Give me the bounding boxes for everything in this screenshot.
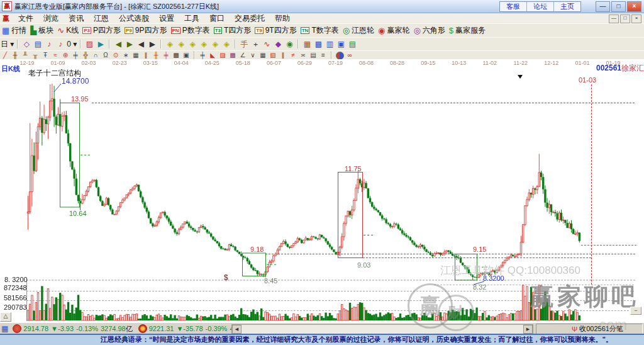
gold-tool-button[interactable]: ▩	[228, 52, 237, 59]
winner-wheel-button[interactable]: ◉赢家轮	[378, 25, 409, 36]
9p-square-button[interactable]: P99P四方形	[125, 25, 167, 36]
mdi-restore-button[interactable]: □	[620, 14, 630, 23]
grid-draw-button[interactable]: ╬	[81, 52, 90, 59]
target-tool-button[interactable]: ⊙	[111, 52, 120, 59]
diamond-tool-1-button[interactable]: ◈	[165, 39, 175, 49]
line-tool-3-button[interactable]: ╥	[31, 52, 40, 59]
line-tool-7-button[interactable]: ╫	[152, 52, 160, 59]
hexagon-button[interactable]: ◎六角形	[413, 25, 445, 36]
circle-draw-button[interactable]: ⊕	[61, 52, 70, 59]
screen-tool-button[interactable]: ▨	[84, 39, 94, 49]
pen-tool-button[interactable]: ╱	[1, 52, 9, 59]
flag-tool-button[interactable]: ▶	[96, 39, 106, 49]
gann-wheel-button[interactable]: ◎江恩轮	[343, 25, 374, 36]
menu-item-江恩[interactable]: 江恩	[89, 14, 114, 23]
overlay-tool-1-button[interactable]: ♪	[44, 39, 54, 49]
ratio-tool-button[interactable]: ╪	[198, 52, 207, 59]
line-tool-2-button[interactable]: ╨	[21, 52, 30, 59]
menu-item-资讯[interactable]: 资讯	[64, 14, 89, 23]
scroll-left-icon[interactable]: ◀	[232, 325, 242, 334]
step-last-button[interactable]: ▶	[125, 39, 135, 49]
menu-item-公式选股[interactable]: 公式选股	[114, 14, 154, 23]
mdi-close-button[interactable]: ×	[631, 14, 641, 23]
approx-tool-button[interactable]: ≍	[299, 52, 308, 59]
yinyang-tool-button[interactable]	[335, 52, 344, 59]
quick-button-2[interactable]: 论坛	[527, 2, 554, 11]
parallel-tool-button[interactable]: ∥	[142, 52, 150, 59]
line-tool-8-button[interactable]: ╪	[162, 52, 170, 59]
menu-item-窗口[interactable]: 窗口	[204, 14, 230, 23]
9t-square-button[interactable]: T99T四方形	[255, 25, 296, 36]
angle-tool-button[interactable]: ∠	[238, 52, 247, 59]
diamond-tool-4-button[interactable]: ◈	[199, 39, 209, 49]
p-square-button[interactable]: P3P四方形	[82, 25, 121, 36]
calendar-tool-button[interactable]: ▦	[302, 39, 312, 49]
horizontal-scrollbar[interactable]: ◀ ▶	[231, 324, 533, 334]
t-square-button[interactable]: T3T四方形	[214, 25, 252, 36]
list-tool-button[interactable]: ▤	[33, 39, 43, 49]
arc-tool-button[interactable]: ∩	[91, 52, 100, 59]
restore-button[interactable]: □	[611, 1, 626, 12]
diamond-tool-2-button[interactable]: ◈	[176, 39, 186, 49]
minimize-button[interactable]: —	[596, 1, 610, 12]
infinity-tool-button[interactable]: ∞	[345, 52, 354, 59]
grid-icon[interactable]: ▦	[1, 324, 8, 333]
grid-tool-2-button[interactable]: ▦	[258, 52, 267, 59]
period-day-dropdown-button[interactable]: 日 ▾	[1, 39, 14, 49]
p-table-button[interactable]: PNP数字表	[171, 25, 210, 36]
percent-tool-button[interactable]: ▨	[218, 52, 227, 59]
rows-tool-button[interactable]: ▤	[309, 52, 318, 59]
scroll-right-icon[interactable]: ▶	[523, 325, 533, 334]
diamond-tool-6-button[interactable]: ◈	[221, 39, 231, 49]
menu-item-工具[interactable]: 工具	[179, 14, 204, 23]
shade-tool-button[interactable]: ▧	[269, 52, 277, 59]
mdi-minimize-button[interactable]: —	[609, 14, 619, 23]
t-table-button[interactable]: TNT数字表	[301, 25, 339, 36]
box-tool-button[interactable]: ▦	[131, 52, 140, 59]
diamond-tool-3-button[interactable]: ◈	[187, 39, 197, 49]
menu-item-交易委托[interactable]: 交易委托	[230, 14, 270, 23]
close-button[interactable]: ×	[627, 1, 641, 12]
step-forward-button[interactable]: ▶	[147, 39, 157, 49]
step-back-button[interactable]: ◀	[136, 39, 146, 49]
line-tool-6-button[interactable]: ╪	[71, 52, 80, 59]
bars-tool-button[interactable]: ≡	[319, 52, 328, 59]
calculator-tool-button[interactable]: ▩	[313, 39, 323, 49]
menu-item-帮助[interactable]: 帮助	[270, 14, 295, 23]
transfer-tool-button[interactable]: ▤	[347, 39, 357, 49]
monitor-tool-button[interactable]: ▥	[325, 39, 335, 49]
line-tool-4-button[interactable]: Ŧ	[41, 52, 50, 59]
neq-tool-button[interactable]: ≠	[289, 52, 297, 59]
star-tool-button[interactable]: ∗	[121, 52, 130, 59]
menu-item-设置[interactable]: 设置	[154, 14, 179, 23]
indicator-collapse-button[interactable]: △	[0, 312, 11, 322]
menu-item-文件[interactable]: 文件	[13, 14, 38, 23]
winner-service-button[interactable]: $赢家服务	[449, 25, 486, 36]
quick-button-3[interactable]: 主页	[554, 2, 580, 11]
lasso-tool-button[interactable]: ◇	[21, 39, 31, 49]
kline-button[interactable]: ∿K线	[57, 25, 79, 36]
line-tool-1-button[interactable]: ╫	[11, 52, 19, 59]
step-first-button[interactable]: ◀	[113, 39, 123, 49]
crosshair-tool-button[interactable]: ＋	[250, 39, 260, 49]
hatch-tool-button[interactable]: ▩	[172, 52, 180, 59]
quick-button-1[interactable]: 客服	[500, 2, 527, 11]
square-tool-button[interactable]: ▣	[182, 52, 191, 59]
hand-tool-button[interactable]: 手	[239, 39, 249, 49]
quotes-button[interactable]: ▦行情	[2, 25, 26, 36]
diamond-tool-5-button[interactable]: ◈	[210, 39, 220, 49]
parallel-2-button[interactable]: ∥	[279, 52, 287, 59]
save-tool-button[interactable]: ▣	[336, 39, 346, 49]
menu-item-浏览[interactable]: 浏览	[38, 14, 64, 23]
sectors-button[interactable]: ▙板块	[30, 25, 53, 36]
check-tool-button[interactable]: ∨	[248, 52, 257, 59]
circle-tool-button[interactable]: ◉	[284, 39, 294, 49]
pane-minimize-button[interactable]: −	[630, 307, 641, 315]
omega-tool-button[interactable]: Ω	[101, 52, 110, 59]
kline-canvas[interactable]	[0, 59, 644, 322]
wedge-tool-button[interactable]: ◣	[208, 52, 217, 59]
overlay-tool-2-button[interactable]: ♪	[55, 39, 65, 49]
shape-tool-button[interactable]: ◆	[273, 39, 283, 49]
wave-tool-button[interactable]: ∿	[262, 39, 272, 49]
zero-dropdown-button[interactable]: 0 ▾	[67, 39, 77, 49]
